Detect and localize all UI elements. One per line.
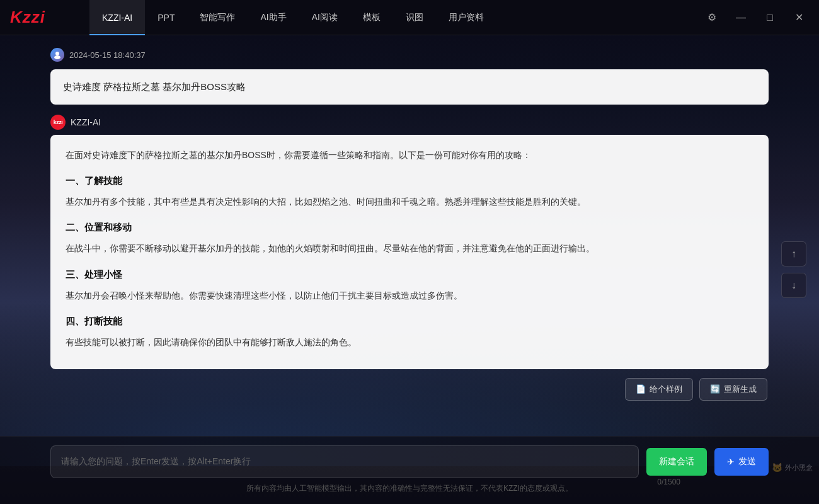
svg-point-1 [54, 55, 60, 59]
nav-items: KZZI-AI PPT 智能写作 AI助手 AI阅读 模板 识图 用户资料 [89, 0, 702, 35]
nav-item-ai-assistant[interactable]: AI助手 [248, 0, 299, 35]
watermark: 🐱 外小黑盒 [772, 462, 813, 472]
nav-item-user-profile[interactable]: 用户资料 [436, 0, 496, 35]
nav-item-kzzi-ai[interactable]: KZZI-AI [89, 0, 145, 35]
settings-icon: ⚙ [707, 11, 716, 23]
example-button-label: 给个样例 [650, 384, 682, 395]
minimize-button[interactable]: — [731, 8, 751, 28]
nav-right-controls: ⚙ — □ ✕ [702, 8, 809, 28]
timestamp-row: 2024-05-15 18:40:37 [50, 48, 769, 62]
ai-message-bubble: 在面对史诗难度下的萨格拉斯之墓的基尔加丹BOSS时，你需要遵循一些策略和指南。以… [50, 135, 769, 369]
input-area: 0/1500 新建会话 ✈ 发送 所有内容均由人工智能模型输出，其内容的准确性与… [0, 436, 819, 504]
side-scroll-buttons: ↑ ↓ [781, 241, 806, 298]
example-button[interactable]: 📄 给个样例 [625, 378, 693, 401]
chevron-down-icon: ↓ [791, 280, 796, 291]
regenerate-button-label: 重新生成 [724, 384, 757, 395]
ai-section-3-title: 三、处理小怪 [66, 266, 753, 283]
chat-input[interactable] [50, 445, 639, 478]
ai-section-2-content: 在战斗中，你需要不断移动以避开基尔加丹的技能，如他的火焰喷射和时间扭曲。尽量站在… [66, 241, 753, 256]
send-icon: ✈ [727, 457, 735, 467]
ai-section-2-title: 二、位置和移动 [66, 219, 753, 236]
logo-text: Kzzi [10, 8, 45, 27]
document-icon: 📄 [636, 384, 646, 394]
maximize-icon: □ [767, 12, 773, 23]
close-button[interactable]: ✕ [789, 8, 809, 28]
nav-item-ppt[interactable]: PPT [145, 0, 187, 35]
ai-section-4-content: 有些技能可以被打断，因此请确保你的团队中有能够打断敌人施法的角色。 [66, 335, 753, 350]
new-chat-button[interactable]: 新建会话 [646, 448, 707, 476]
svg-point-0 [55, 52, 59, 55]
nav-item-smart-write[interactable]: 智能写作 [187, 0, 248, 35]
ai-section-1-content: 基尔加丹有多个技能，其中有些是具有决定性影响的大招，比如烈焰之池、时间扭曲和千魂… [66, 194, 753, 210]
main-content: 2024-05-15 18:40:37 史诗难度 萨格拉斯之墓 基尔加丹BOSS… [0, 35, 819, 504]
ai-section-4-title: 四、打断技能 [66, 312, 753, 329]
send-button[interactable]: ✈ 发送 [714, 448, 769, 476]
refresh-icon: 🔄 [710, 384, 720, 394]
chevron-up-icon: ↑ [791, 248, 796, 260]
ai-section-3-content: 基尔加丹会召唤小怪来帮助他。你需要快速清理这些小怪，以防止他们干扰主要目标或造成… [66, 288, 753, 304]
ai-logo-badge: kzzi [50, 115, 66, 130]
close-icon: ✕ [795, 11, 803, 23]
user-message-bubble: 史诗难度 萨格拉斯之墓 基尔加丹BOSS攻略 [50, 69, 769, 105]
user-avatar [50, 48, 64, 62]
ai-name-label: KZZI-AI [71, 117, 101, 127]
chat-area: 2024-05-15 18:40:37 史诗难度 萨格拉斯之墓 基尔加丹BOSS… [0, 35, 819, 436]
user-message-text: 史诗难度 萨格拉斯之墓 基尔加丹BOSS攻略 [63, 81, 246, 92]
regenerate-button[interactable]: 🔄 重新生成 [699, 378, 767, 401]
ai-section-1-title: 一、了解技能 [66, 172, 753, 189]
ai-intro: 在面对史诗难度下的萨格拉斯之墓的基尔加丹BOSS时，你需要遵循一些策略和指南。以… [66, 147, 753, 163]
message-timestamp: 2024-05-15 18:40:37 [69, 50, 146, 60]
scroll-down-button[interactable]: ↓ [781, 273, 806, 298]
scroll-up-button[interactable]: ↑ [781, 241, 806, 266]
nav-item-template[interactable]: 模板 [350, 0, 393, 35]
minimize-icon: — [736, 12, 746, 23]
nav-item-image-recognition[interactable]: 识图 [393, 0, 436, 35]
app-logo: Kzzi [10, 8, 79, 27]
ai-message-block: kzzi KZZI-AI 在面对史诗难度下的萨格拉斯之墓的基尔加丹BOSS时，你… [50, 115, 769, 401]
input-row: 0/1500 新建会话 ✈ 发送 [50, 445, 769, 478]
user-message-block: 2024-05-15 18:40:37 史诗难度 萨格拉斯之墓 基尔加丹BOSS… [50, 48, 769, 105]
watermark-icon: 🐱 [772, 462, 782, 472]
top-navigation: Kzzi KZZI-AI PPT 智能写作 AI助手 AI阅读 模板 识图 用户… [0, 0, 819, 35]
char-count: 0/1500 [657, 478, 680, 486]
maximize-button[interactable]: □ [760, 8, 780, 28]
nav-item-ai-read[interactable]: AI阅读 [299, 0, 350, 35]
settings-button[interactable]: ⚙ [702, 8, 722, 28]
ai-name-row: kzzi KZZI-AI [50, 115, 769, 130]
watermark-text: 外小黑盒 [785, 463, 813, 472]
ai-action-buttons: 📄 给个样例 🔄 重新生成 [50, 378, 769, 401]
